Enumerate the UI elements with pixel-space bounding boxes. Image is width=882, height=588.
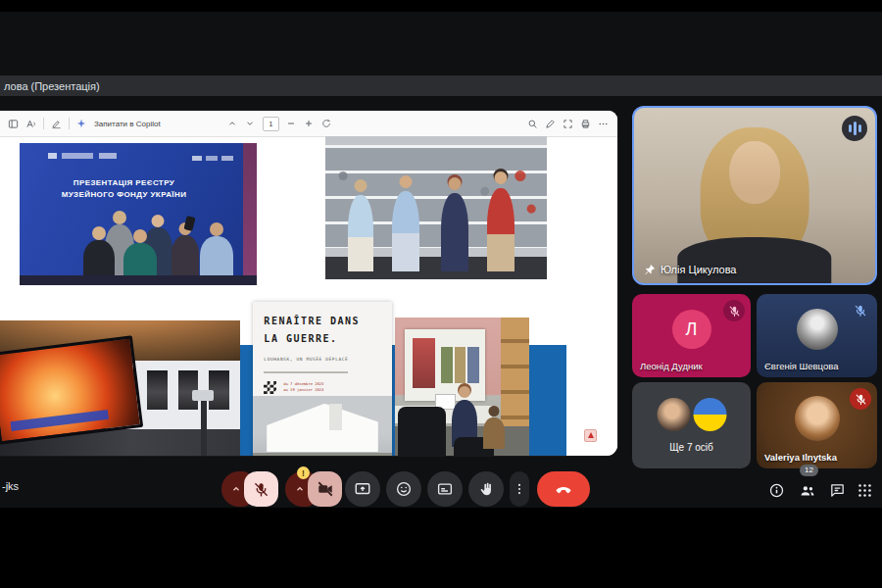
chat-button[interactable]	[829, 482, 846, 499]
pin-icon	[644, 264, 656, 275]
toolbar-divider	[69, 118, 70, 129]
chevron-up-icon	[294, 483, 306, 495]
screen-share-banner: лова (Презентація)	[0, 75, 882, 96]
fit-page-icon[interactable]	[563, 119, 573, 129]
presentation-slide: ПРЕЗЕНТАЦІЯ РЕЄСТРУ МУЗЕЙНОГО ФОНДУ УКРА…	[0, 137, 617, 456]
rotate-icon[interactable]	[321, 119, 332, 129]
tile-yevheniia-shevtsova[interactable]: Євгенія Шевцова	[757, 294, 877, 377]
sidebar-toggle-icon[interactable]	[8, 119, 19, 129]
stacked-avatars	[657, 398, 726, 431]
stage-floor	[20, 275, 257, 285]
audio-level-indicator	[842, 116, 867, 141]
person-figure	[83, 226, 115, 279]
speaker-name: Юлія Цикулова	[661, 264, 736, 275]
zoom-out-icon[interactable]	[286, 119, 297, 129]
venue-wall	[243, 143, 257, 285]
person-figure	[392, 175, 419, 271]
participants-button[interactable]	[798, 482, 817, 499]
participant-name: Євгенія Шевцова	[764, 361, 838, 371]
acrobat-extension-icon[interactable]	[584, 429, 597, 442]
more-vert-icon	[513, 482, 526, 496]
photo-presentation-talk	[395, 318, 529, 456]
meet-call-screen: лова (Презентація) Запитати в Copilot	[0, 0, 882, 588]
museum-building-photo	[253, 396, 392, 456]
info-stand	[201, 398, 207, 456]
video-screen-fire	[0, 336, 143, 446]
more-options-button[interactable]	[510, 471, 529, 507]
present-screen-button[interactable]	[345, 471, 380, 507]
mic-off-icon	[253, 481, 270, 498]
poster-subtitle: LOUHANSK, UN MUSÉE DÉPLACÉ	[264, 357, 348, 362]
person-figure	[172, 222, 199, 277]
ministry-logos	[48, 153, 117, 159]
audience-figure	[483, 406, 505, 449]
poster-dates: du 7 décembre 2023au 19 janvier 2024	[283, 381, 323, 394]
person-figure	[200, 222, 233, 279]
person-figure	[348, 179, 373, 271]
screen-title-text: ПРЕЗЕНТАЦІЯ РЕЄСТРУ МУЗЕЙНОГО ФОНДУ УКРА…	[20, 177, 228, 202]
meeting-details-button[interactable]	[768, 482, 785, 499]
raise-hand-button[interactable]	[468, 471, 504, 507]
photo-registry-presentation: ПРЕЗЕНТАЦІЯ РЕЄСТРУ МУЗЕЙНОГО ФОНДУ УКРА…	[20, 143, 257, 285]
present-screen-icon	[354, 480, 371, 498]
print-icon[interactable]	[580, 119, 591, 129]
meeting-code: -jks	[2, 480, 19, 492]
avatar-photo	[657, 398, 690, 431]
tile-yuliia-tsykulova[interactable]: Юлія Цикулова	[632, 106, 877, 285]
zoom-in-icon[interactable]	[304, 119, 315, 129]
poster-rule	[264, 371, 347, 374]
call-end-icon	[554, 479, 573, 499]
people-icon	[798, 482, 817, 499]
tile-more-participants[interactable]: Ще 7 осіб	[632, 382, 751, 468]
partner-logos	[192, 156, 233, 161]
person-figure	[123, 229, 157, 280]
more-participants-label: Ще 7 осіб	[632, 442, 751, 453]
search-icon[interactable]	[527, 119, 538, 129]
tile-leonid-dudnyk[interactable]: Л Леонід Дудник	[632, 294, 751, 377]
highlighter-icon[interactable]	[51, 119, 62, 129]
qr-code	[264, 381, 276, 394]
mic-muted-icon	[723, 300, 745, 321]
avatar-photo	[797, 309, 838, 350]
read-aloud-icon[interactable]	[25, 119, 36, 129]
page-up-icon[interactable]	[227, 119, 238, 129]
poster-title: RENAÎTRE DANSLA GUERRE.	[264, 313, 360, 348]
captions-button[interactable]	[427, 471, 463, 507]
page-down-icon[interactable]	[245, 119, 256, 129]
avatar-photo	[795, 396, 840, 441]
mic-toggle-button[interactable]	[244, 471, 278, 507]
toolbar-divider	[43, 118, 44, 129]
reactions-button[interactable]	[386, 471, 421, 507]
poster-renaitre-dans-la-guerre: RENAÎTRE DANSLA GUERRE. LOUHANSK, UN MUS…	[253, 302, 392, 456]
mic-muted-icon	[850, 388, 871, 410]
chevron-up-icon	[230, 483, 242, 495]
shared-screen-window: Запитати в Copilot 1	[0, 111, 617, 456]
tile-valeriya-ilnytska[interactable]: Valeriya Ilnytska	[757, 382, 877, 468]
activities-button[interactable]	[857, 482, 873, 499]
photo-museum-storeroom	[325, 136, 547, 279]
participants-count-badge: 12	[800, 465, 818, 476]
hand-icon	[478, 481, 495, 498]
share-banner-title: лова (Презентація)	[4, 80, 100, 92]
captions-icon	[436, 480, 454, 498]
more-tools-icon[interactable]	[598, 119, 609, 129]
page-number-input[interactable]: 1	[263, 117, 279, 131]
mic-muted-icon	[850, 300, 871, 321]
video-subtitles	[10, 410, 108, 432]
ukraine-flag-avatar	[693, 398, 726, 431]
end-call-button[interactable]	[537, 471, 590, 507]
apps-grid-icon	[857, 482, 873, 499]
camera-toggle-button[interactable]: !	[308, 471, 342, 507]
camera-off-icon	[317, 480, 334, 498]
chat-icon	[829, 482, 846, 499]
pdf-toolbar: Запитати в Copilot 1	[0, 111, 617, 137]
info-icon	[768, 482, 785, 499]
draw-icon[interactable]	[545, 119, 556, 129]
info-screen	[192, 390, 214, 401]
portrait-photo	[147, 370, 168, 411]
ask-copilot-button[interactable]: Запитати в Copilot	[94, 120, 161, 128]
smiley-icon	[395, 480, 413, 498]
avatar-initial: Л	[672, 310, 711, 349]
person-figure	[487, 172, 514, 271]
participant-name: Леонід Дудник	[640, 361, 703, 371]
